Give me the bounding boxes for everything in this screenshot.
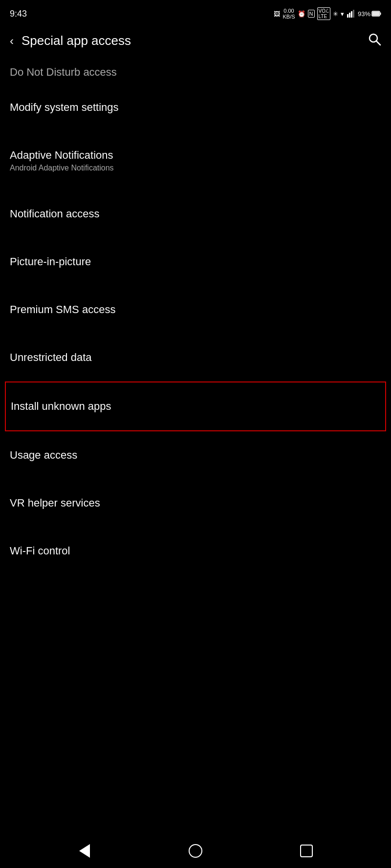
menu-item-title: Do Not Disturb access [10, 66, 117, 78]
menu-item-subtitle: Android Adaptive Notifications [10, 164, 381, 172]
svg-rect-0 [347, 14, 348, 18]
menu-item-title: Notification access [10, 208, 99, 220]
volte-icon: VOℒLTE [317, 7, 330, 20]
menu-item-title: Adaptive Notifications [10, 149, 381, 162]
svg-rect-6 [372, 12, 379, 16]
content-area: Do Not Disturb access Modify system sett… [0, 56, 391, 609]
back-button[interactable]: ‹ [10, 34, 14, 48]
menu-item-title: VR helper services [10, 497, 100, 509]
signal-icon [347, 9, 355, 18]
list-item-adaptive-notifications[interactable]: Adaptive Notifications Android Adaptive … [0, 131, 391, 190]
svg-rect-2 [351, 11, 352, 18]
battery-percentage: 93% [358, 10, 370, 18]
nav-back-button[interactable] [72, 839, 97, 863]
list-item-wifi-control[interactable]: Wi-Fi control [0, 527, 391, 575]
alarm-icon: ⏰ [298, 10, 305, 18]
svg-rect-1 [349, 13, 350, 18]
menu-item-title: Install unknown apps [11, 400, 111, 412]
menu-item-title: Wi-Fi control [10, 545, 70, 557]
menu-item-title: Premium SMS access [10, 303, 115, 316]
list-item-install-unknown-apps[interactable]: Install unknown apps [5, 381, 386, 431]
top-bar: ‹ Special app access [0, 25, 391, 56]
nav-bar [0, 834, 391, 868]
svg-rect-3 [353, 10, 354, 18]
menu-item-title: Usage access [10, 449, 77, 461]
list-item-modify-system[interactable]: Modify system settings [0, 84, 391, 131]
list-item-vr-helper[interactable]: VR helper services [0, 479, 391, 527]
list-item-notification-access[interactable]: Notification access [0, 190, 391, 238]
image-icon: 🖼 [274, 10, 280, 18]
svg-rect-5 [380, 13, 381, 15]
menu-item-title: Unrestricted data [10, 351, 92, 363]
list-item-picture-in-picture[interactable]: Picture-in-picture [0, 238, 391, 286]
svg-line-8 [376, 41, 380, 45]
list-item-premium-sms[interactable]: Premium SMS access [0, 286, 391, 334]
list-item-unrestricted-data[interactable]: Unrestricted data [0, 334, 391, 381]
home-circle-icon [189, 844, 202, 858]
status-icons: 🖼 0.00KB/S ⏰ N VOℒLTE ✳ ▾ 93% [274, 7, 381, 20]
nav-recents-button[interactable] [294, 839, 319, 863]
status-bar: 9:43 🖼 0.00KB/S ⏰ N VOℒLTE ✳ ▾ 93% [0, 0, 391, 25]
recents-square-icon [300, 845, 313, 857]
wifi-icon: ▾ [341, 10, 344, 18]
network-speed-icon: 0.00KB/S [282, 8, 295, 20]
nfc-icon: N [308, 10, 315, 18]
status-time: 9:43 [10, 9, 27, 19]
list-item-usage-access[interactable]: Usage access [0, 431, 391, 479]
menu-item-title: Modify system settings [10, 101, 119, 113]
nav-home-button[interactable] [183, 839, 208, 863]
bluetooth-icon: ✳ [333, 10, 338, 18]
battery-icon: 93% [358, 10, 381, 18]
back-triangle-icon [79, 844, 90, 858]
page-title: Special app access [22, 33, 360, 48]
search-button[interactable] [368, 32, 381, 49]
menu-item-title: Picture-in-picture [10, 255, 91, 268]
list-item-do-not-disturb-truncated[interactable]: Do Not Disturb access [0, 56, 391, 84]
